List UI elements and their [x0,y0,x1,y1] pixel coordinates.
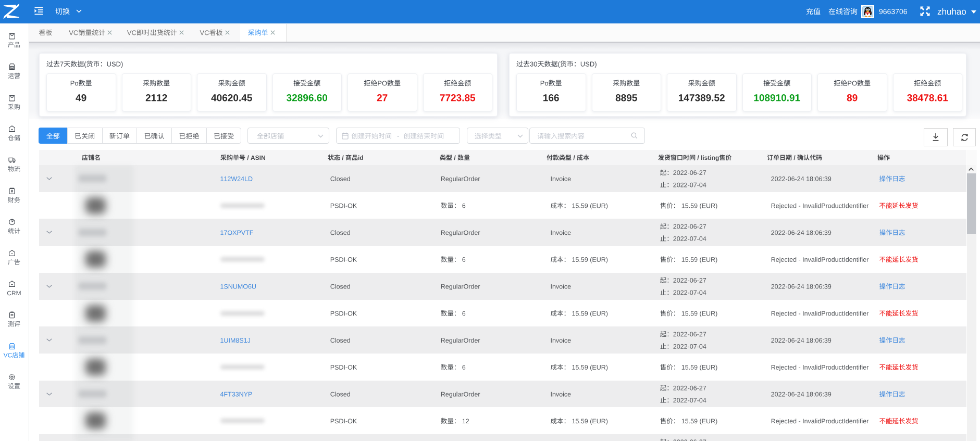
svg-text:SEL: SEL [10,67,14,69]
svg-text:SEL: SEL [10,346,14,348]
